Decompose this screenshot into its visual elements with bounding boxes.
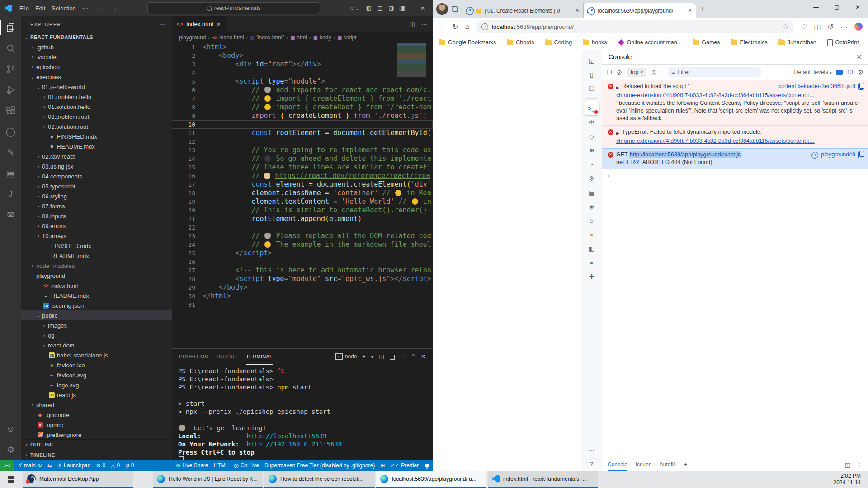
site-info-icon[interactable]: i <box>481 23 488 30</box>
drawer-tab-console[interactable]: Console <box>608 458 627 471</box>
menu-⋯[interactable]: ⋯ <box>79 5 91 12</box>
console-settings-gear-icon[interactable]: ⚙ <box>858 69 863 76</box>
breadcrumb-indexhtml[interactable]: <>index.html <box>212 34 244 41</box>
tree-item-09.errors[interactable]: ›09.errors <box>21 221 172 231</box>
tree-item-readme.mdx[interactable]: ≡README.mdx <box>21 291 172 300</box>
run-debug-icon[interactable] <box>0 80 21 100</box>
taskbar-clock[interactable]: 2:02 PM 2024-11-14 <box>826 471 868 488</box>
pencil-extension-icon[interactable]: ✎ <box>0 142 21 163</box>
panel-tab-output[interactable]: OUTPUT <box>216 349 238 364</box>
minimize-button[interactable]: — <box>371 0 392 16</box>
close-tab-icon[interactable]: ✕ <box>216 21 221 28</box>
tree-item-finished.mdx[interactable]: ≡FINISHED.mdx <box>21 131 172 141</box>
chat-extension-icon[interactable]: ✉ <box>0 204 21 225</box>
minimap[interactable] <box>397 43 426 77</box>
tree-item-05.typescript[interactable]: ›05.typescript <box>21 181 172 191</box>
breadcrumb-playground[interactable]: playground <box>179 34 206 41</box>
tree-item-02.problem.root[interactable]: ›02.problem.root <box>21 112 172 122</box>
tree-item-.npmrc[interactable]: n.npmrc <box>21 420 172 430</box>
source-control-icon[interactable] <box>0 59 21 80</box>
application-icon[interactable]: ▤ <box>584 185 599 199</box>
minimize-button[interactable]: — <box>806 0 826 14</box>
tree-item-og[interactable]: ›og <box>21 330 172 340</box>
tree-item-02.solution.root[interactable]: ›02.solution.root <box>21 122 172 131</box>
account-icon[interactable]: ☺ <box>0 418 21 439</box>
eye-icon[interactable]: ◎ <box>651 69 656 75</box>
statusbar-ports[interactable]: ψ0 <box>123 462 137 469</box>
cookie-icon[interactable]: ● <box>584 227 599 241</box>
home-icon[interactable]: ⌂ <box>584 213 599 227</box>
code-editor[interactable]: 1<html>2 <body>3 <div id="root"></div>45… <box>172 43 433 348</box>
statusbar-launchpad[interactable]: ✈Launchpad <box>55 462 93 469</box>
more-menu-icon[interactable]: ⋯ <box>840 23 848 31</box>
add-panel-icon[interactable]: ✚ <box>584 269 599 283</box>
statusbar-git-branch[interactable]: Ymain↻ <box>16 462 45 469</box>
start-button[interactable] <box>0 471 22 488</box>
history-icon[interactable]: ↺ <box>828 23 834 31</box>
browser-tab[interactable]: | 01. Create React Elements | 0✕ <box>462 3 584 18</box>
tree-item-favicon.ico[interactable]: ★favicon.ico <box>21 360 172 370</box>
tree-item-01.solution.hello[interactable]: ›01.solution.hello <box>21 102 172 112</box>
home-icon[interactable]: ⌂ <box>465 23 469 31</box>
new-tab-button[interactable]: + <box>700 5 704 13</box>
bookmark-chords[interactable]: Chords <box>507 39 534 46</box>
live-share-icon[interactable]: ◯ <box>0 121 21 142</box>
drawer-tab-issues[interactable]: Issues <box>636 458 651 471</box>
split-terminal-icon[interactable]: ◫ <box>379 353 384 360</box>
tree-item-react.js[interactable]: JSreact.js <box>21 390 172 400</box>
dock-side-icon[interactable]: ◫ <box>845 461 850 468</box>
back-icon[interactable]: ← <box>438 23 445 31</box>
favorite-star-icon[interactable]: ☆ <box>783 23 788 31</box>
drawer-tab-autofill[interactable]: Autofill <box>660 458 676 471</box>
editor-more-icon[interactable]: ⋯ <box>421 21 427 28</box>
settings-gear-icon[interactable]: ⚙ <box>584 171 599 185</box>
console-message[interactable]: ✕▶Refused to load the script 'content.ts… <box>602 80 868 126</box>
statusbar-notifications-bell[interactable] <box>421 464 433 467</box>
copilot-icon[interactable] <box>854 23 863 31</box>
tree-item-react-fundamentals[interactable]: ⌄REACT-FUNDAMENTALS <box>21 32 172 42</box>
more-tools-icon[interactable]: ⋯ <box>584 443 599 457</box>
maximize-panel-icon[interactable]: ⌃ <box>411 353 415 360</box>
close-tab-icon[interactable]: ✕ <box>575 8 579 14</box>
log-levels-dropdown[interactable]: Default levels ▾ <box>794 69 831 75</box>
tree-item-logo.svg[interactable]: ▰logo.svg <box>21 380 172 390</box>
taskbar-app[interactable]: How to detect the screen resoluti... <box>264 471 375 488</box>
tree-item-playground[interactable]: ⌄playground <box>21 271 172 281</box>
bookmark-juhachiban[interactable]: Juhachiban <box>778 39 816 46</box>
breadcrumb-script[interactable]: ▣script <box>337 34 356 41</box>
css-overview-icon[interactable]: ◧ <box>584 241 599 255</box>
panel-tab-problems[interactable]: PROBLEMS <box>179 349 208 364</box>
tree-item-.prettierignore[interactable]: .prettierignore <box>21 430 172 439</box>
tree-item-07.forms[interactable]: ›07.forms <box>21 201 172 211</box>
statusbar-prettier[interactable]: ✓✓Prettier <box>387 462 421 469</box>
terminal[interactable]: PS E:\react-fundamentals> ^CPS E:\react-… <box>172 364 433 460</box>
statusbar-supermaven[interactable]: Supermaven Free Tier (disabled by .gitig… <box>262 462 377 469</box>
close-button[interactable]: ✕ <box>847 0 868 14</box>
tree-item-babel-standalone.js[interactable]: JSbabel-standalone.js <box>21 350 172 360</box>
reload-icon[interactable]: ↻ <box>452 23 458 31</box>
tree-item-.gitignore[interactable]: ◆.gitignore <box>21 410 172 420</box>
taskbar-app[interactable]: Hello World in JS | Epic React by K... <box>153 471 263 488</box>
forward-arrow-icon[interactable]: → <box>112 5 118 12</box>
drawer-overflow-icon[interactable]: ⋮ <box>857 461 863 468</box>
tree-item-06.styling[interactable]: ›06.styling <box>21 191 172 201</box>
bookmark-octoprint[interactable]: OctoPrint <box>827 39 859 46</box>
bookmark-games[interactable]: Games <box>693 39 720 46</box>
tree-item-react-dom[interactable]: ›react-dom <box>21 340 172 350</box>
tree-item-shared[interactable]: ›shared <box>21 400 172 410</box>
lighthouse-icon[interactable]: ● <box>584 255 599 269</box>
close-panel-icon[interactable]: ✕ <box>421 353 425 360</box>
tree-item-readme.mdx[interactable]: ≡README.mdx <box>21 141 172 151</box>
tree-item-10.arrays[interactable]: ›10.arrays <box>21 231 172 241</box>
add-drawer-tab-button[interactable]: + <box>684 461 687 468</box>
tab-index-html[interactable]: <> index.html ✕ <box>172 16 226 32</box>
device-toolbar-icon[interactable]: ▯ <box>584 67 599 81</box>
bookmark-books[interactable]: books <box>583 39 607 46</box>
remote-explorer-icon[interactable]: ▤ <box>0 163 21 183</box>
performance-icon[interactable]: ◔ <box>584 157 599 171</box>
statusbar-gitlens-graph[interactable]: ⇆ <box>45 462 55 469</box>
maximize-button[interactable]: ▢ <box>392 0 412 16</box>
breadcrumb-indexhtml[interactable]: {}"index.html" <box>250 34 284 41</box>
tree-item-public[interactable]: ⌄public <box>21 310 172 320</box>
tree-item-images[interactable]: ›images <box>21 320 172 330</box>
